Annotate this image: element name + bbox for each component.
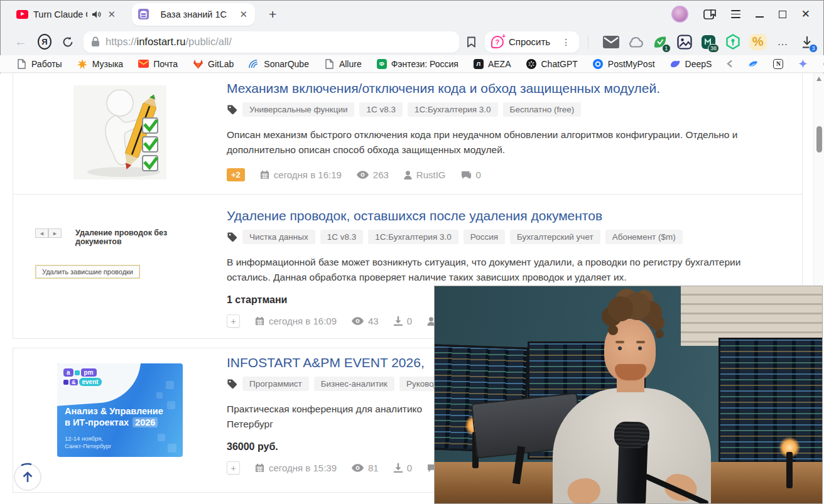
scrollbar-thumb[interactable] [816,126,822,153]
toolbar: ← Я https://infostart.ru/public/all/ ? С… [0,28,824,55]
bookmark-rabota[interactable]: Работы [16,58,62,69]
tab-infostart[interactable]: База знаний 1С ✕ [132,3,255,26]
youtube-icon [16,10,28,19]
article-thumbnail[interactable]: ◄► Удаление проводок без документов Удал… [13,208,227,338]
gitlab-icon [193,58,203,69]
banner-year: 2026 [133,417,158,427]
bookmark-gitlab[interactable]: GitLab [193,58,234,69]
article-thumbnail[interactable]: apm &event Анализ & Управление в ИТ-прое… [13,355,227,492]
scroll-to-top-button[interactable] [13,463,42,491]
maximize-button[interactable] [779,11,786,18]
eye-icon [357,171,369,179]
close-button[interactable]: ✕ [801,9,810,19]
tag[interactable]: Программист [242,377,309,391]
minimize-button[interactable] [756,16,764,18]
store-extension-icon[interactable]: 38 [700,33,717,51]
calendar-icon [255,316,264,326]
tag[interactable]: 1С:Бухгалтерия 3.0 [368,230,458,244]
views-item: 81 [352,463,379,473]
banner-city: Санкт-Петербург [65,442,112,449]
menu-icon[interactable] [731,10,740,18]
tag[interactable]: Бесплатно (free) [503,102,582,117]
tag[interactable]: Бизнес-аналитик [314,377,394,391]
bookmark-allure[interactable]: Allure [324,58,362,69]
tag-icon [227,378,237,389]
music-star-icon [77,58,88,69]
tag[interactable]: Бухгалтерский учет [510,230,600,244]
yandex-icon[interactable]: Я [38,34,52,50]
back-button[interactable]: ← [13,35,29,49]
address-bar[interactable]: https://infostart.ru/public/all/ [84,31,459,53]
bookmark-aeza[interactable]: ЛAEZA [474,59,511,69]
bookmark-comet-icon[interactable] [748,60,758,68]
lamp-right-base [786,452,793,488]
article-title[interactable]: Удаление проводок, оставшихся после удал… [227,208,792,224]
banner-title-line1: Анализ & Управление [65,406,163,416]
tab-close-icon[interactable]: ✕ [238,9,249,20]
profile-avatar[interactable] [671,6,688,23]
bookmark-fantasy[interactable]: ФФэнтези: Россия [377,59,458,69]
rating-badge[interactable]: + [227,314,240,328]
download-icon [394,316,403,326]
screenshot-button: Удалить зависшие проводки [35,265,140,279]
comments-item[interactable]: 0 [461,169,481,180]
key-extension-icon[interactable] [725,33,741,51]
tag[interactable]: Универсальные функции [242,102,354,117]
tag[interactable]: Чистка данных [242,230,315,244]
fantasy-icon: Ф [377,59,387,69]
downloads-icon[interactable]: 3 [799,33,815,51]
mail-icon [138,58,149,69]
tag[interactable]: Абонемент ($m) [605,230,683,244]
article-title[interactable]: Механизм включения/отключения кода и обх… [227,80,792,97]
more-extensions-icon[interactable]: ... [775,33,791,51]
bookmark-notion-icon[interactable]: N [773,59,783,69]
download-icon [394,463,403,473]
tab-youtube[interactable]: Turn Claude Code int ✕ [10,3,123,26]
banner-date: 12-14 ноября, [65,435,103,442]
images-extension-icon[interactable] [676,33,693,51]
tag[interactable]: 1С v8.3 [320,230,364,244]
bookmark-sonarqube[interactable]: SonarQube [249,58,309,69]
sonarqube-icon [249,58,259,69]
eye-icon [352,464,364,472]
bookmark-mail[interactable]: Почта [138,58,178,69]
tag-icon [227,104,237,115]
tab-audio-icon[interactable] [92,11,101,18]
percent-extension-icon[interactable]: % [749,33,767,51]
refresh-button[interactable] [62,36,74,48]
percent-glyph: % [749,34,767,50]
bookmark-postmypost[interactable]: PostMyPost [593,58,655,69]
ask-label: Спросить [509,36,550,47]
tab-title: Turn Claude Code int [33,9,87,19]
person-eyebrow [615,341,624,343]
views-item: 43 [352,316,379,326]
bookmark-deepseek[interactable]: DeepS [670,58,712,69]
tab-close-icon[interactable]: ✕ [106,9,117,20]
side-panel-icon[interactable] [703,9,716,20]
tag[interactable]: 1С:Бухгалтерия 3.0 [408,102,498,117]
new-tab-button[interactable]: + [264,6,281,23]
forward-arrow-icon: ► [48,228,62,238]
protect-extension-icon[interactable]: 1 [652,33,668,51]
person-eyebrow [636,341,645,343]
bookmark-gemini-icon[interactable] [798,59,808,68]
postmypost-icon [593,58,604,69]
more-options-icon[interactable]: ⋮ [559,37,573,47]
tag[interactable]: 1С v8.3 [359,102,403,117]
url-text: https://infostart.ru/public/all/ [106,36,232,48]
rating-badge[interactable]: + [227,461,240,475]
ask-alice-button[interactable]: ? Спросить ⋮ [485,31,579,53]
bookmark-chevron-icon[interactable] [727,60,733,68]
pip-video-overlay[interactable] [434,286,823,504]
bookmark-icon[interactable] [467,36,476,48]
bookmark-chatgpt[interactable]: ChatGPT [526,58,577,69]
author-item[interactable]: RustIG [404,169,446,180]
scrollbar-up-icon[interactable] [816,77,821,81]
tag[interactable]: Россия [464,230,505,244]
mail-extension-icon[interactable] [603,33,619,51]
bookmark-music[interactable]: Музыка [77,58,124,69]
tab-title: База знаний 1С [154,9,233,19]
cloud-extension-icon[interactable] [627,33,644,51]
page-icon [16,58,27,69]
views-item: 263 [357,169,389,180]
